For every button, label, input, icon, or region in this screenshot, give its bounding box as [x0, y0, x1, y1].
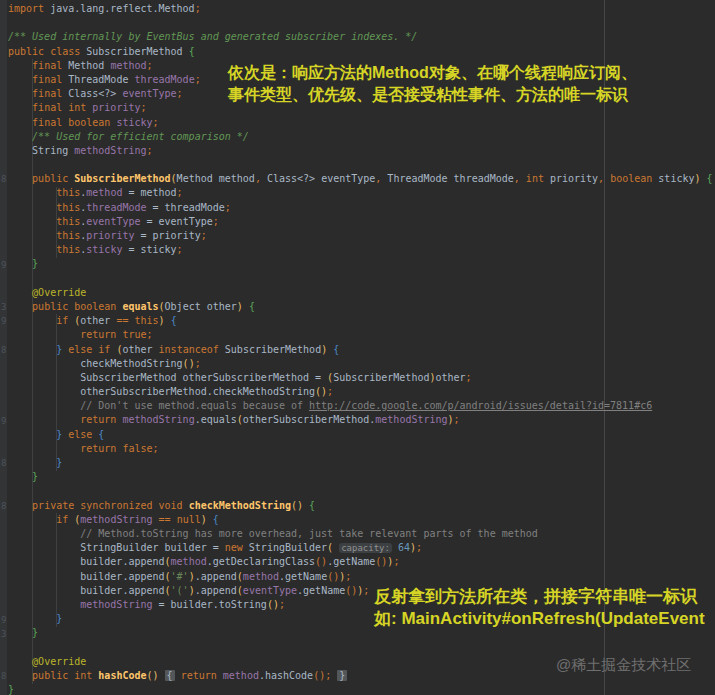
code-line: return true; [8, 328, 713, 342]
code-line: public boolean equals(Object other) { [8, 300, 713, 314]
watermark: @稀土掘金技术社区 [556, 656, 691, 675]
code-line: import java.lang.reflect.Method; [8, 2, 713, 16]
gutter-line-number-fragment: 8 [1, 459, 7, 468]
code-line: this.eventType = eventType; [8, 215, 713, 229]
code-line: public SubscriberMethod(Method method, C… [8, 172, 713, 186]
annotation-line: 如: MainActivity#onRefresh(UpdateEvent [374, 608, 705, 630]
code-line [8, 16, 713, 30]
code-line: /** Used for efficient comparison */ [8, 130, 713, 144]
code-line: StringBuilder builder = new StringBuilde… [8, 541, 713, 555]
code-line: @Override [8, 286, 713, 300]
annotation-line: 反射拿到方法所在类，拼接字符串唯一标识 [374, 586, 705, 608]
code-line: } [8, 683, 713, 695]
editor-gutter[interactable]: 89398988938 [0, 0, 7, 695]
code-line: return methodString.equals(otherSubscrib… [8, 413, 713, 427]
code-line: } [8, 257, 713, 271]
gutter-line-number-fragment: 3 [1, 303, 7, 312]
code-line: if (other == this) { [8, 314, 713, 328]
code-line: this.method = method; [8, 186, 713, 200]
gutter-line-number-fragment: 9 [1, 616, 7, 625]
code-line: String methodString; [8, 144, 713, 158]
annotation-fields-note: 依次是：响应方法的Method对象、在哪个线程响应订阅、 事件类型、优先级、是否… [228, 62, 637, 106]
code-line: this.threadMode = threadMode; [8, 201, 713, 215]
code-line: this.priority = priority; [8, 229, 713, 243]
code-editor-window: 89398988938 import java.lang.reflect.Met… [0, 0, 715, 695]
code-line: return false; [8, 442, 713, 456]
code-line: // Method.toString has more overhead, ju… [8, 527, 713, 541]
annotation-line: 事件类型、优先级、是否接受粘性事件、方法的唯一标识 [228, 84, 637, 106]
gutter-line-number-fragment: 8 [1, 502, 7, 511]
gutter-line-number-fragment: 9 [1, 417, 7, 426]
code-line: /** Used internally by EventBus and gene… [8, 30, 713, 44]
code-line [8, 158, 713, 172]
code-line: if (methodString == null) { [8, 513, 713, 527]
code-line [8, 640, 713, 654]
gutter-line-number-fragment: 3 [1, 630, 7, 639]
gutter-line-number-fragment: 8 [1, 175, 7, 184]
gutter-line-number-fragment: 9 [1, 261, 7, 270]
annotation-line: 依次是：响应方法的Method对象、在哪个线程响应订阅、 [228, 62, 637, 84]
code-line: // Don't use method.equals because of ht… [8, 399, 713, 413]
code-line: otherSubscriberMethod.checkMethodString(… [8, 385, 713, 399]
code-line [8, 272, 713, 286]
code-line: } [8, 456, 713, 470]
code-line: public class SubscriberMethod { [8, 45, 713, 59]
code-line [8, 484, 713, 498]
code-line: } else { [8, 428, 713, 442]
code-line: final boolean sticky; [8, 116, 713, 130]
gutter-line-number-fragment: 8 [1, 346, 7, 355]
code-line: } [8, 470, 713, 484]
code-line: builder.append(method.getDeclaringClass(… [8, 555, 713, 569]
code-line: this.sticky = sticky; [8, 243, 713, 257]
code-line: SubscriberMethod otherSubscriberMethod =… [8, 371, 713, 385]
code-line: private synchronized void checkMethodStr… [8, 499, 713, 513]
gutter-line-number-fragment: 9 [1, 317, 7, 326]
code-line: builder.append('#').append(method.getNam… [8, 570, 713, 584]
code-line: checkMethodString(); [8, 357, 713, 371]
code-line: } else if (other instanceof SubscriberMe… [8, 343, 713, 357]
gutter-line-number-fragment: 8 [1, 672, 7, 681]
annotation-methodstring-note: 反射拿到方法所在类，拼接字符串唯一标识 如: MainActivity#onRe… [374, 586, 705, 630]
